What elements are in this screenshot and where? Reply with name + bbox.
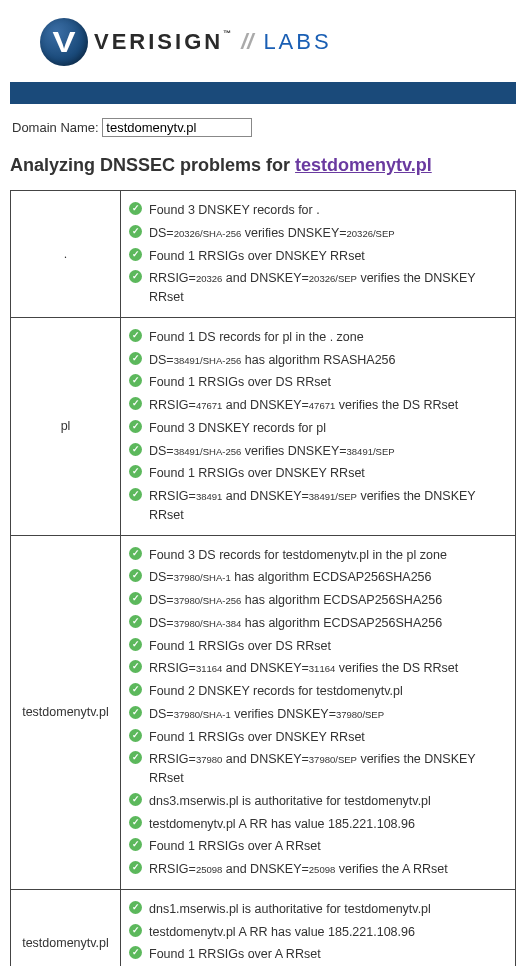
check-item: Found 3 DNSKEY records for pl: [129, 417, 507, 440]
check-ok-icon: [129, 374, 142, 387]
check-ok-icon: [129, 793, 142, 806]
check-item: Found 1 RRSIGs over A RRset: [129, 943, 507, 966]
heading-prefix: Analyzing DNSSEC problems for: [10, 155, 295, 175]
check-ok-icon: [129, 488, 142, 501]
checks-cell: Found 3 DNSKEY records for .DS=20326/SHA…: [121, 191, 516, 318]
header-bar: [10, 82, 516, 104]
check-ok-icon: [129, 683, 142, 696]
check-ok-icon: [129, 270, 142, 283]
checks-cell: Found 1 DS records for pl in the . zoneD…: [121, 317, 516, 535]
check-item: dns3.mserwis.pl is authoritative for tes…: [129, 790, 507, 813]
check-item: RRSIG=31164 and DNSKEY=31164 verifies th…: [129, 657, 507, 680]
check-item: DS=38491/SHA-256 has algorithm RSASHA256: [129, 349, 507, 372]
checks-cell: dns1.mserwis.pl is authoritative for tes…: [121, 889, 516, 966]
checks-cell: Found 3 DS records for testdomenytv.pl i…: [121, 535, 516, 889]
check-ok-icon: [129, 729, 142, 742]
check-ok-icon: [129, 924, 142, 937]
check-item: Found 1 RRSIGs over DNSKEY RRset: [129, 462, 507, 485]
check-item: Found 1 RRSIGs over DS RRset: [129, 371, 507, 394]
check-item: testdomenytv.pl A RR has value 185.221.1…: [129, 813, 507, 836]
check-ok-icon: [129, 352, 142, 365]
check-item: DS=38491/SHA-256 verifies DNSKEY=38491/S…: [129, 440, 507, 463]
check-ok-icon: [129, 706, 142, 719]
check-ok-icon: [129, 569, 142, 582]
check-item: Found 3 DS records for testdomenytv.pl i…: [129, 544, 507, 567]
check-ok-icon: [129, 901, 142, 914]
check-item: testdomenytv.pl A RR has value 185.221.1…: [129, 921, 507, 944]
check-item: dns1.mserwis.pl is authoritative for tes…: [129, 898, 507, 921]
check-ok-icon: [129, 660, 142, 673]
check-ok-icon: [129, 615, 142, 628]
check-ok-icon: [129, 225, 142, 238]
table-row: .Found 3 DNSKEY records for .DS=20326/SH…: [11, 191, 516, 318]
check-ok-icon: [129, 838, 142, 851]
zone-cell: pl: [11, 317, 121, 535]
check-ok-icon: [129, 248, 142, 261]
check-item: Found 3 DNSKEY records for .: [129, 199, 507, 222]
check-item: DS=37980/SHA-384 has algorithm ECDSAP256…: [129, 612, 507, 635]
check-ok-icon: [129, 638, 142, 651]
check-ok-icon: [129, 329, 142, 342]
check-item: Found 2 DNSKEY records for testdomenytv.…: [129, 680, 507, 703]
logo-header: V VERISIGN™ // LABS: [10, 10, 516, 78]
domain-form: Domain Name:: [12, 118, 516, 137]
heading-domain-link[interactable]: testdomenytv.pl: [295, 155, 432, 175]
zone-cell: .: [11, 191, 121, 318]
table-row: testdomenytv.plFound 3 DS records for te…: [11, 535, 516, 889]
results-table: .Found 3 DNSKEY records for .DS=20326/SH…: [10, 190, 516, 966]
logo-icon: V: [40, 18, 88, 66]
check-item: RRSIG=25098 and DNSKEY=25098 verifies th…: [129, 858, 507, 881]
check-ok-icon: [129, 816, 142, 829]
check-ok-icon: [129, 751, 142, 764]
check-ok-icon: [129, 547, 142, 560]
check-item: Found 1 RRSIGs over DS RRset: [129, 635, 507, 658]
check-item: RRSIG=37980 and DNSKEY=37980/SEP verifie…: [129, 748, 507, 790]
table-row: plFound 1 DS records for pl in the . zon…: [11, 317, 516, 535]
check-item: Found 1 DS records for pl in the . zone: [129, 326, 507, 349]
check-ok-icon: [129, 946, 142, 959]
check-item: RRSIG=20326 and DNSKEY=20326/SEP verifie…: [129, 267, 507, 309]
check-item: Found 1 RRSIGs over DNSKEY RRset: [129, 726, 507, 749]
check-ok-icon: [129, 861, 142, 874]
table-row: testdomenytv.pldns1.mserwis.pl is author…: [11, 889, 516, 966]
logo-labs: LABS: [263, 29, 331, 55]
check-item: RRSIG=47671 and DNSKEY=47671 verifies th…: [129, 394, 507, 417]
check-ok-icon: [129, 592, 142, 605]
check-item: DS=37980/SHA-256 has algorithm ECDSAP256…: [129, 589, 507, 612]
check-item: Found 1 RRSIGs over DNSKEY RRset: [129, 245, 507, 268]
check-item: DS=20326/SHA-256 verifies DNSKEY=20326/S…: [129, 222, 507, 245]
check-item: DS=37980/SHA-1 verifies DNSKEY=37980/SEP: [129, 703, 507, 726]
zone-cell: testdomenytv.pl: [11, 889, 121, 966]
page-heading: Analyzing DNSSEC problems for testdomeny…: [10, 155, 516, 176]
domain-label: Domain Name:: [12, 120, 99, 135]
check-ok-icon: [129, 443, 142, 456]
check-ok-icon: [129, 202, 142, 215]
check-item: RRSIG=38491 and DNSKEY=38491/SEP verifie…: [129, 485, 507, 527]
check-ok-icon: [129, 397, 142, 410]
check-item: DS=37980/SHA-1 has algorithm ECDSAP256SH…: [129, 566, 507, 589]
check-ok-icon: [129, 420, 142, 433]
zone-cell: testdomenytv.pl: [11, 535, 121, 889]
logo-brand: VERISIGN™: [94, 29, 231, 55]
check-ok-icon: [129, 465, 142, 478]
check-item: Found 1 RRSIGs over A RRset: [129, 835, 507, 858]
logo-slashes: //: [241, 29, 253, 55]
domain-input[interactable]: [102, 118, 252, 137]
